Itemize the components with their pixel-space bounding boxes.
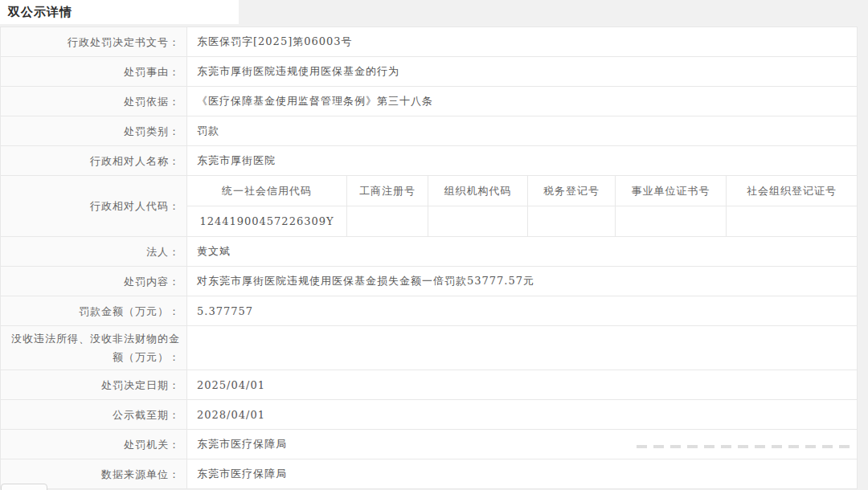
code-column-header: 社会组织登记证号 (727, 176, 857, 206)
header-band: 双公示详情 (0, 0, 868, 27)
table-row-confiscation-amount: 没收违法所得、没收非法财物的金额（万元）： (1, 326, 857, 370)
table-row-data-source: 数据来源单位： 东莞市医疗保障局 (1, 459, 857, 489)
code-column-value (347, 206, 428, 236)
table-row-penalty-content: 处罚内容： 对东莞市厚街医院违规使用医保基金损失金额一倍罚款53777.57元 (1, 267, 857, 296)
code-column-header: 组织机构代码 (428, 176, 528, 206)
row-value: 2025/04/01 (187, 370, 857, 399)
table-row-penalty-reason: 处罚事由： 东莞市厚街医院违规使用医保基金的行为 (1, 57, 857, 87)
row-value: 《医疗保障基金使用监督管理条例》第三十八条 (187, 87, 857, 116)
table-row-party-codes: 行政相对人代码： 统一社会信用代码 工商注册号 组织机构代码 税务登记号 事业单… (1, 176, 857, 237)
code-column-value (727, 206, 857, 236)
row-value: 东莞市医疗保障局 (187, 430, 857, 459)
code-column-header: 事业单位证书号 (616, 176, 727, 206)
table-row-legal-person: 法人： 黄文斌 (1, 237, 857, 267)
row-value: 对东莞市厚街医院违规使用医保基金损失金额一倍罚款53777.57元 (187, 267, 857, 296)
row-label: 处罚事由： (1, 57, 187, 86)
row-label: 处罚内容： (1, 267, 187, 296)
party-codes-value-row: 12441900457226309Y (187, 206, 857, 236)
code-column-value (528, 206, 616, 236)
code-column-header: 税务登记号 (528, 176, 616, 206)
back-button[interactable] (1, 484, 47, 490)
row-label: 行政相对人代码： (1, 176, 187, 236)
row-value: 东医保罚字[2025]第06003号 (187, 27, 857, 56)
row-label: 处罚决定日期： (1, 370, 187, 399)
row-label: 没收违法所得、没收非法财物的金额（万元）： (1, 326, 187, 370)
row-value: 东莞市厚街医院 (187, 146, 857, 175)
page-title: 双公示详情 (0, 5, 72, 20)
code-column-header: 工商注册号 (347, 176, 428, 206)
row-label: 行政相对人名称： (1, 146, 187, 175)
penalty-detail-table: 行政处罚决定书文号： 东医保罚字[2025]第06003号 处罚事由： 东莞市厚… (0, 27, 858, 489)
code-column-value (616, 206, 727, 236)
table-row-decision-number: 行政处罚决定书文号： 东医保罚字[2025]第06003号 (1, 27, 857, 57)
table-row-fine-amount: 罚款金额（万元）： 5.377757 (1, 296, 857, 326)
table-row-penalty-authority: 处罚机关： 东莞市医疗保障局 (1, 430, 857, 459)
row-label: 罚款金额（万元）： (1, 296, 187, 325)
code-column-value: 12441900457226309Y (187, 206, 347, 236)
row-label: 公示截至期： (1, 400, 187, 429)
row-value (187, 326, 857, 370)
row-value: 2028/04/01 (187, 400, 857, 429)
row-value: 东莞市医疗保障局 (187, 459, 857, 488)
row-label: 处罚依据： (1, 87, 187, 116)
row-value: 东莞市厚街医院违规使用医保基金的行为 (187, 57, 857, 86)
row-value: 5.377757 (187, 296, 857, 325)
row-label: 处罚类别： (1, 116, 187, 145)
party-codes-subtable: 统一社会信用代码 工商注册号 组织机构代码 税务登记号 事业单位证书号 社会组织… (187, 176, 857, 236)
table-row-penalty-basis: 处罚依据： 《医疗保障基金使用监督管理条例》第三十八条 (1, 87, 857, 116)
table-row-decision-date: 处罚决定日期： 2025/04/01 (1, 370, 857, 400)
table-row-party-name: 行政相对人名称： 东莞市厚街医院 (1, 146, 857, 176)
row-label: 行政处罚决定书文号： (1, 27, 187, 56)
code-column-header: 统一社会信用代码 (187, 176, 347, 206)
row-label: 法人： (1, 237, 187, 266)
title-box: 双公示详情 (0, 0, 239, 24)
party-codes-header-row: 统一社会信用代码 工商注册号 组织机构代码 税务登记号 事业单位证书号 社会组织… (187, 176, 857, 206)
row-value: 罚款 (187, 116, 857, 145)
row-label: 处罚机关： (1, 430, 187, 459)
row-value: 黄文斌 (187, 237, 857, 266)
table-row-publicity-deadline: 公示截至期： 2028/04/01 (1, 400, 857, 430)
table-row-penalty-category: 处罚类别： 罚款 (1, 116, 857, 146)
code-column-value (428, 206, 528, 236)
